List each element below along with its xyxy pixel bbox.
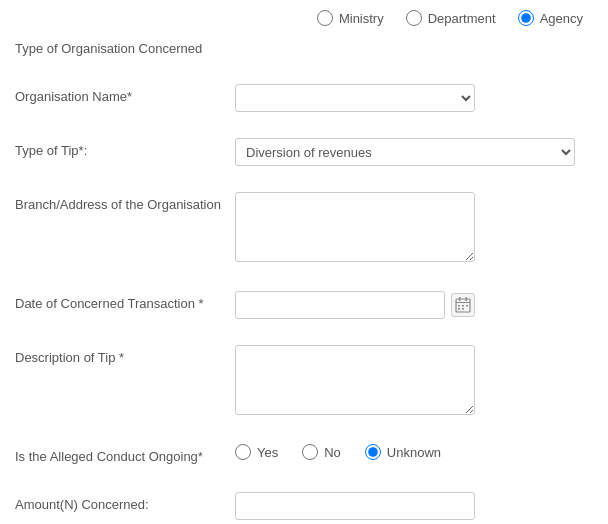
svg-rect-8 (462, 308, 464, 310)
date-transaction-control (235, 291, 593, 319)
ongoing-unknown-label: Unknown (387, 445, 441, 460)
svg-rect-6 (466, 305, 468, 307)
branch-address-control (235, 192, 593, 265)
description-tip-label: Description of Tip * (15, 345, 235, 367)
ongoing-yes-radio[interactable] (235, 444, 251, 460)
amount-concerned-label: Amount(N) Concerned: (15, 492, 235, 514)
date-input[interactable] (235, 291, 445, 319)
svg-rect-7 (458, 308, 460, 310)
description-tip-row: Description of Tip * (15, 339, 593, 424)
org-type-radio-row: Ministry Department Agency (15, 10, 593, 26)
description-tip-control (235, 345, 593, 418)
svg-rect-2 (459, 297, 461, 301)
ongoing-row: Is the Alleged Conduct Ongoing* Yes No U… (15, 438, 593, 472)
department-radio-option[interactable]: Department (406, 10, 496, 26)
svg-rect-5 (462, 305, 464, 307)
ongoing-no-option[interactable]: No (302, 444, 341, 460)
ongoing-control: Yes No Unknown (235, 444, 593, 460)
date-transaction-row: Date of Concerned Transaction * (15, 285, 593, 325)
amount-concerned-control (235, 492, 593, 520)
ongoing-no-radio[interactable] (302, 444, 318, 460)
ongoing-unknown-radio[interactable] (365, 444, 381, 460)
svg-rect-3 (466, 297, 468, 301)
department-label: Department (428, 11, 496, 26)
date-wrap (235, 291, 593, 319)
ongoing-yes-option[interactable]: Yes (235, 444, 278, 460)
calendar-icon[interactable] (451, 293, 475, 317)
department-radio[interactable] (406, 10, 422, 26)
agency-label: Agency (540, 11, 583, 26)
type-of-tip-select[interactable]: Diversion of revenues Corruption Fraud O… (235, 138, 575, 166)
org-name-label: Organisation Name* (15, 84, 235, 106)
svg-rect-1 (456, 302, 470, 303)
agency-radio-option[interactable]: Agency (518, 10, 583, 26)
ministry-radio-option[interactable]: Ministry (317, 10, 384, 26)
amount-input[interactable] (235, 492, 475, 520)
amount-concerned-row: Amount(N) Concerned: (15, 486, 593, 524)
ongoing-label: Is the Alleged Conduct Ongoing* (15, 444, 235, 466)
type-of-tip-label: Type of Tip*: (15, 138, 235, 160)
org-name-select[interactable] (235, 84, 475, 112)
org-name-row: Organisation Name* (15, 78, 593, 118)
ongoing-unknown-option[interactable]: Unknown (365, 444, 441, 460)
ongoing-radios: Yes No Unknown (235, 444, 593, 460)
type-of-tip-row: Type of Tip*: Diversion of revenues Corr… (15, 132, 593, 172)
agency-radio[interactable] (518, 10, 534, 26)
branch-address-textarea[interactable] (235, 192, 475, 262)
org-name-control (235, 84, 593, 112)
description-tip-textarea[interactable] (235, 345, 475, 415)
ministry-label: Ministry (339, 11, 384, 26)
branch-address-row: Branch/Address of the Organisation (15, 186, 593, 271)
ongoing-no-label: No (324, 445, 341, 460)
type-of-org-row: Type of Organisation Concerned (15, 30, 593, 64)
date-transaction-label: Date of Concerned Transaction * (15, 291, 235, 313)
branch-address-label: Branch/Address of the Organisation (15, 192, 235, 214)
type-of-tip-control: Diversion of revenues Corruption Fraud O… (235, 138, 593, 166)
svg-rect-4 (458, 305, 460, 307)
ministry-radio[interactable] (317, 10, 333, 26)
ongoing-yes-label: Yes (257, 445, 278, 460)
type-of-org-label: Type of Organisation Concerned (15, 36, 235, 58)
